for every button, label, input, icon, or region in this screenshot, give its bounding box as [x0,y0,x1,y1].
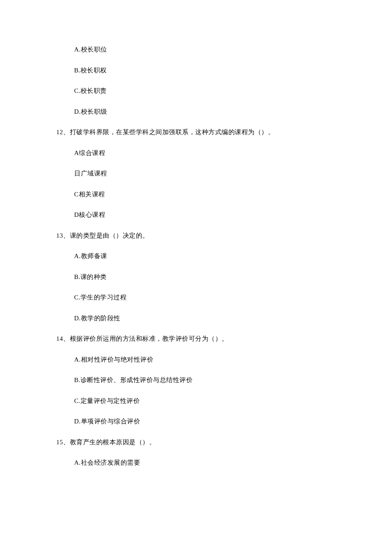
option-text: D核心课程 [74,210,392,220]
question-12: 12、打破学科界限，在某些学科之间加强联系，这种方式编的课程为（）。 A综合课程… [56,127,392,220]
option-text: 日广域课程 [74,169,392,178]
option-text: B.诊断性评价、形成性评价与总结性评价 [74,375,392,385]
option-text: A.相对性评价与绝对性评价 [74,355,392,365]
question-13: 13、课的类型是由（）决定的。 A.教师备课 B.课的种类 C.学生的学习过程 … [56,231,392,323]
option-text: C.学生的学习过程 [74,293,392,302]
question-stem: 12、打破学科界限，在某些学科之间加强联系，这种方式编的课程为（）。 [56,127,392,137]
option-text: A.校长职位 [74,45,392,55]
question-stem: 14、根据评价所运用的方法和标准，教学评价可分为（）。 [56,334,392,344]
question-stem: 15、教育产生的根本原因是（）。 [56,437,392,447]
option-text: C相关课程 [74,190,392,199]
option-text: C.定量评价与定性评价 [74,396,392,406]
option-text: A.教师备课 [74,251,392,261]
option-text: D.校长职级 [74,107,392,117]
question-15: 15、教育产生的根本原因是（）。 A.社会经济发展的需要 [56,437,392,468]
question-14: 14、根据评价所运用的方法和标准，教学评价可分为（）。 A.相对性评价与绝对性评… [56,334,392,426]
option-text: C.校长职责 [74,86,392,96]
option-text: B.课的种类 [74,272,392,282]
question-11-partial: A.校长职位 B.校长职权 C.校长职责 D.校长职级 [56,45,392,116]
option-text: D.教学的阶段性 [74,313,392,323]
question-stem: 13、课的类型是由（）决定的。 [56,231,392,241]
option-text: B.校长职权 [74,66,392,75]
option-text: A.社会经济发展的需要 [74,458,392,468]
option-text: D.单项评价与综合评价 [74,417,392,426]
document-page: A.校长职位 B.校长职权 C.校长职责 D.校长职级 12、打破学科界限，在某… [0,0,392,555]
option-text: A综合课程 [74,148,392,158]
